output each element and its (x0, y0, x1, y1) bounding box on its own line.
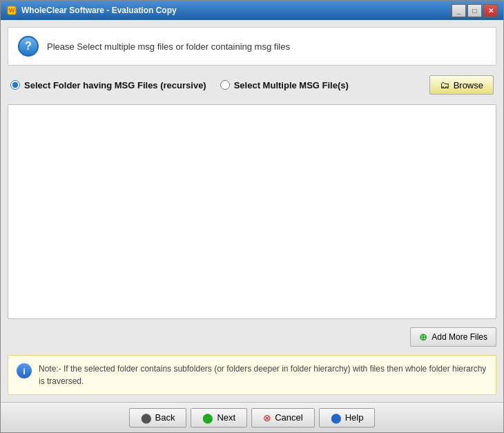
question-icon: ? (18, 36, 39, 57)
minimize-button[interactable]: _ (452, 4, 466, 17)
add-icon: ⊕ (419, 331, 427, 343)
help-icon: ⬤ (331, 412, 342, 423)
file-list-area[interactable] (8, 104, 496, 319)
footer: ⬤ Back ⬤ Next ⊗ Cancel ⬤ Help (1, 402, 503, 432)
next-icon: ⬤ (202, 412, 213, 423)
browse-label: Browse (454, 80, 483, 90)
svg-text:W: W (9, 7, 15, 14)
radio-option-folder[interactable]: Select Folder having MSG Files (recursiv… (10, 80, 206, 90)
window-title: WholeClear Software - Evaluation Copy (21, 6, 452, 15)
cancel-label: Cancel (275, 412, 302, 423)
help-button[interactable]: ⬤ Help (319, 408, 376, 427)
radio-files-input[interactable] (220, 80, 230, 90)
close-button[interactable]: ✕ (483, 4, 498, 17)
add-files-row: ⊕ Add More Files (8, 325, 496, 349)
browse-button[interactable]: 🗂 Browse (429, 75, 494, 95)
header-text: Please Select multiple msg files or fold… (47, 41, 290, 52)
titlebar: W WholeClear Software - Evaluation Copy … (1, 1, 503, 20)
next-button[interactable]: ⬤ Next (191, 408, 247, 427)
help-label: Help (345, 412, 364, 423)
main-window: W WholeClear Software - Evaluation Copy … (0, 0, 504, 433)
next-label: Next (217, 412, 235, 423)
note-banner: i Note:- If the selected folder contains… (8, 355, 496, 395)
add-more-files-button[interactable]: ⊕ Add More Files (410, 327, 496, 347)
browse-icon: 🗂 (440, 79, 449, 90)
note-text: Note:- If the selected folder contains s… (39, 363, 487, 387)
window-controls: _ □ ✕ (452, 4, 498, 17)
back-icon: ⬤ (141, 412, 152, 423)
maximize-button[interactable]: □ (467, 4, 482, 17)
back-button[interactable]: ⬤ Back (129, 408, 187, 427)
radio-folder-input[interactable] (10, 80, 20, 90)
radio-files-label: Select Multiple MSG File(s) (234, 80, 349, 90)
add-files-label: Add More Files (432, 332, 487, 342)
cancel-button[interactable]: ⊗ Cancel (251, 408, 314, 427)
radio-option-files[interactable]: Select Multiple MSG File(s) (220, 80, 349, 90)
main-content: ? Please Select multiple msg files or fo… (1, 20, 503, 402)
cancel-icon: ⊗ (263, 412, 271, 423)
back-label: Back (155, 412, 175, 423)
radio-options-row: Select Folder having MSG Files (recursiv… (8, 71, 496, 99)
info-icon: i (17, 363, 32, 378)
radio-folder-label: Select Folder having MSG Files (recursiv… (24, 80, 206, 90)
header-banner: ? Please Select multiple msg files or fo… (8, 27, 496, 66)
app-icon: W (6, 5, 17, 16)
